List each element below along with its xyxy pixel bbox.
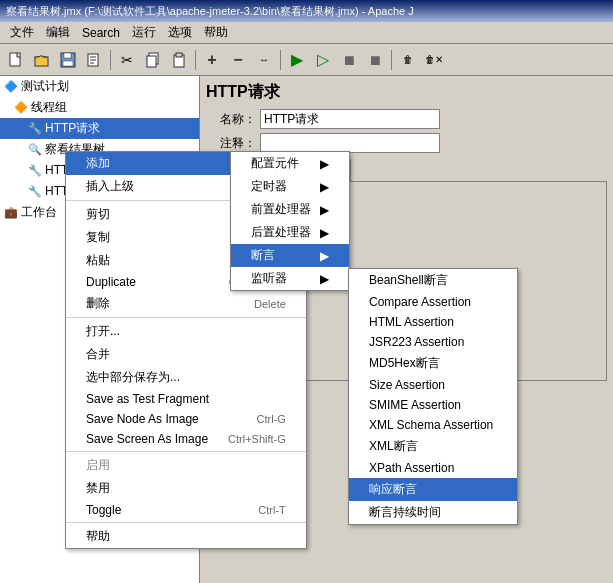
sub2-jsr223[interactable]: JSR223 Assertion bbox=[349, 332, 517, 352]
sub1-listener[interactable]: 监听器 ▶ bbox=[231, 267, 349, 290]
ctx-merge-label: 合并 bbox=[86, 346, 110, 363]
ctx-enable: 启用 bbox=[66, 454, 306, 477]
toolbar-stop[interactable]: ⏹ bbox=[337, 48, 361, 72]
toolbar-clear[interactable]: 🗑 bbox=[396, 48, 420, 72]
sub1-config[interactable]: 配置元件 ▶ bbox=[231, 152, 349, 175]
ctx-merge[interactable]: 合并 bbox=[66, 343, 306, 366]
toolbar-open[interactable] bbox=[30, 48, 54, 72]
sub1-post[interactable]: 后置处理器 ▶ bbox=[231, 221, 349, 244]
svg-rect-12 bbox=[176, 53, 182, 57]
menu-search[interactable]: Search bbox=[76, 24, 126, 42]
ctx-disable[interactable]: 禁用 bbox=[66, 477, 306, 500]
main-content: 🔷 测试计划 🔶 线程组 🔧 HTTP请求 🔍 察看结果树 🔧 HTTP请求 🔧… bbox=[0, 76, 613, 583]
ctx-sep-3 bbox=[66, 451, 306, 452]
ctx-save-node-image[interactable]: Save Node As Image Ctrl-G bbox=[66, 409, 306, 429]
name-row: 名称： bbox=[206, 109, 607, 129]
ctx-save-screen-image-label: Save Screen As Image bbox=[86, 432, 208, 446]
panel-title: HTTP请求 bbox=[206, 82, 607, 103]
tree-thread-label: 线程组 bbox=[31, 99, 67, 116]
ctx-help[interactable]: 帮助 bbox=[66, 525, 306, 548]
sub2-xml[interactable]: XML断言 bbox=[349, 435, 517, 458]
ctx-save-part[interactable]: 选中部分保存为... bbox=[66, 366, 306, 389]
sub1-listener-arrow: ▶ bbox=[320, 272, 329, 286]
toolbar-clear-all[interactable]: 🗑✕ bbox=[422, 48, 446, 72]
comment-input[interactable] bbox=[260, 133, 440, 153]
name-input[interactable] bbox=[260, 109, 440, 129]
sub2-size[interactable]: Size Assertion bbox=[349, 375, 517, 395]
sub1-post-label: 后置处理器 bbox=[251, 224, 311, 241]
title-text: 察看结果树.jmx (F:\测试软件工具\apache-jmeter-3.2\b… bbox=[6, 4, 414, 19]
submenu-assertion: BeanShell断言 Compare Assertion HTML Asser… bbox=[348, 268, 518, 525]
sub2-compare-label: Compare Assertion bbox=[369, 295, 471, 309]
sub2-xml-label: XML断言 bbox=[369, 438, 418, 455]
ctx-toggle[interactable]: Toggle Ctrl-T bbox=[66, 500, 306, 520]
toolbar-edit[interactable] bbox=[82, 48, 106, 72]
sub2-compare[interactable]: Compare Assertion bbox=[349, 292, 517, 312]
ctx-add-label: 添加 bbox=[86, 155, 110, 172]
ctx-save-part-label: 选中部分保存为... bbox=[86, 369, 180, 386]
sub2-response-label: 响应断言 bbox=[369, 481, 417, 498]
toolbar-start[interactable]: ▶ bbox=[285, 48, 309, 72]
sub2-xpath-label: XPath Assertion bbox=[369, 461, 454, 475]
menu-run[interactable]: 运行 bbox=[126, 22, 162, 43]
menu-edit[interactable]: 编辑 bbox=[40, 22, 76, 43]
sub1-pre[interactable]: 前置处理器 ▶ bbox=[231, 198, 349, 221]
ctx-sep-2 bbox=[66, 317, 306, 318]
sub2-md5hex[interactable]: MD5Hex断言 bbox=[349, 352, 517, 375]
ctx-save-screen-image[interactable]: Save Screen As Image Ctrl+Shift-G bbox=[66, 429, 306, 449]
sub1-timer-label: 定时器 bbox=[251, 178, 287, 195]
ctx-save-node-image-label: Save Node As Image bbox=[86, 412, 199, 426]
menu-help[interactable]: 帮助 bbox=[198, 22, 234, 43]
ctx-delete[interactable]: 删除 Delete bbox=[66, 292, 306, 315]
toolbar-sep-2 bbox=[195, 50, 196, 70]
sub2-xmlschema-label: XML Schema Assertion bbox=[369, 418, 493, 432]
tree-item-plan[interactable]: 🔷 测试计划 bbox=[0, 76, 199, 97]
sub2-beanshell[interactable]: BeanShell断言 bbox=[349, 269, 517, 292]
sub2-duration[interactable]: 断言持续时间 bbox=[349, 501, 517, 524]
ctx-help-label: 帮助 bbox=[86, 528, 110, 545]
ctx-insert-label: 插入上级 bbox=[86, 178, 134, 195]
tree-item-http1[interactable]: 🔧 HTTP请求 bbox=[0, 118, 199, 139]
toolbar-expand[interactable]: ↔ bbox=[252, 48, 276, 72]
sub2-duration-label: 断言持续时间 bbox=[369, 504, 441, 521]
ctx-enable-label: 启用 bbox=[86, 457, 110, 474]
toolbar-start-no-pause[interactable]: ▷ bbox=[311, 48, 335, 72]
comment-label: 注释： bbox=[206, 135, 256, 152]
ctx-save-screen-shortcut: Ctrl+Shift-G bbox=[228, 433, 286, 445]
ctx-save-fragment[interactable]: Save as Test Fragment bbox=[66, 389, 306, 409]
http3-icon: 🔧 bbox=[28, 185, 42, 198]
toolbar-sep-3 bbox=[280, 50, 281, 70]
toolbar-new[interactable] bbox=[4, 48, 28, 72]
sub2-html-label: HTML Assertion bbox=[369, 315, 454, 329]
menu-file[interactable]: 文件 bbox=[4, 22, 40, 43]
tree-workbench-label: 工作台 bbox=[21, 204, 57, 221]
sub2-xpath[interactable]: XPath Assertion bbox=[349, 458, 517, 478]
menu-options[interactable]: 选项 bbox=[162, 22, 198, 43]
sub2-xmlschema[interactable]: XML Schema Assertion bbox=[349, 415, 517, 435]
title-bar: 察看结果树.jmx (F:\测试软件工具\apache-jmeter-3.2\b… bbox=[0, 0, 613, 22]
sub1-assertion[interactable]: 断言 ▶ bbox=[231, 244, 349, 267]
svg-rect-4 bbox=[63, 61, 73, 66]
sub2-html[interactable]: HTML Assertion bbox=[349, 312, 517, 332]
sub1-timer[interactable]: 定时器 ▶ bbox=[231, 175, 349, 198]
sub2-beanshell-label: BeanShell断言 bbox=[369, 272, 448, 289]
tree-item-thread-group[interactable]: 🔶 线程组 bbox=[0, 97, 199, 118]
svg-rect-10 bbox=[147, 56, 156, 67]
toolbar-remove[interactable]: − bbox=[226, 48, 250, 72]
ctx-open[interactable]: 打开... bbox=[66, 320, 306, 343]
sub1-config-label: 配置元件 bbox=[251, 155, 299, 172]
toolbar-copy[interactable] bbox=[141, 48, 165, 72]
toolbar-save[interactable] bbox=[56, 48, 80, 72]
sub2-smime[interactable]: SMIME Assertion bbox=[349, 395, 517, 415]
toolbar-paste[interactable] bbox=[167, 48, 191, 72]
toolbar-shutdown[interactable]: ⏹ bbox=[363, 48, 387, 72]
toolbar-add[interactable]: + bbox=[200, 48, 224, 72]
http2-icon: 🔧 bbox=[28, 164, 42, 177]
name-label: 名称： bbox=[206, 111, 256, 128]
toolbar-cut[interactable]: ✂ bbox=[115, 48, 139, 72]
thread-icon: 🔶 bbox=[14, 101, 28, 114]
workbench-icon: 💼 bbox=[4, 206, 18, 219]
result-icon: 🔍 bbox=[28, 143, 42, 156]
toolbar: ✂ + − ↔ ▶ ▷ ⏹ ⏹ 🗑 🗑✕ bbox=[0, 44, 613, 76]
sub2-response[interactable]: 响应断言 bbox=[349, 478, 517, 501]
